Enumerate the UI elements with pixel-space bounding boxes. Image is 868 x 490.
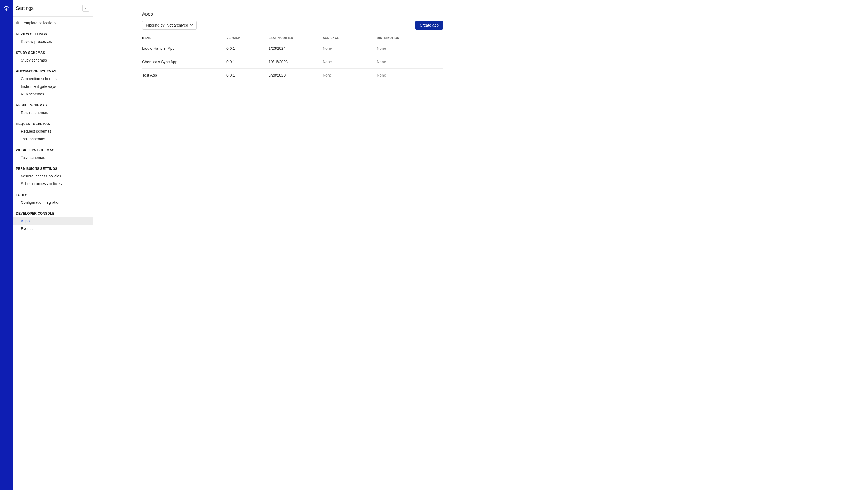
sidebar-item-study-schemas[interactable]: Study schemas <box>12 56 93 64</box>
sidebar-item-configuration-migration[interactable]: Configuration migration <box>12 198 93 206</box>
cell-version: 0.0.1 <box>226 42 269 55</box>
cell-distribution: None <box>377 55 443 69</box>
cell-last-modified: 6/28/2023 <box>269 69 323 82</box>
sidebar-item-template-collections[interactable]: Template collections <box>12 19 93 27</box>
sidebar-item-review-processes[interactable]: Review processes <box>12 38 93 45</box>
sidebar-title: Settings <box>16 5 34 11</box>
column-header-version[interactable]: VERSION <box>226 34 269 42</box>
create-app-button[interactable]: Create app <box>415 21 443 30</box>
sidebar-item-schema-access-policies[interactable]: Schema access policies <box>12 180 93 188</box>
section-heading: RESULT SCHEMAS <box>12 98 93 109</box>
page-title: Apps <box>142 11 443 17</box>
sidebar-item-task-schemas[interactable]: Task schemas <box>12 154 93 161</box>
filter-label: Filtering by: Not archived <box>146 23 188 27</box>
cell-version: 0.0.1 <box>226 55 269 69</box>
section-heading: TOOLS <box>12 188 93 198</box>
briefcase-icon <box>16 21 20 25</box>
chevron-left-icon <box>85 6 87 10</box>
column-header-name[interactable]: NAME <box>142 34 226 42</box>
section-heading: STUDY SCHEMAS <box>12 45 93 56</box>
app-rail <box>0 0 12 490</box>
apps-table: NAME VERSION LAST MODIFIED AUDIENCE DIST… <box>142 34 443 82</box>
table-header-row: NAME VERSION LAST MODIFIED AUDIENCE DIST… <box>142 34 443 42</box>
top-divider <box>93 0 868 0</box>
table-row[interactable]: Test App0.0.16/28/2023NoneNone <box>142 69 443 82</box>
sidebar-item-task-schemas[interactable]: Task schemas <box>12 135 93 143</box>
table-row[interactable]: Chemicals Sync App0.0.110/16/2023NoneNon… <box>142 55 443 69</box>
cell-name: Liquid Handler App <box>142 42 226 55</box>
section-heading: REQUEST SCHEMAS <box>12 117 93 127</box>
cell-distribution: None <box>377 69 443 82</box>
svg-rect-3 <box>17 22 20 24</box>
cell-distribution: None <box>377 42 443 55</box>
sidebar-item-events[interactable]: Events <box>12 225 93 233</box>
filter-dropdown[interactable]: Filtering by: Not archived <box>142 21 197 30</box>
sidebar-item-connection-schemas[interactable]: Connection schemas <box>12 75 93 83</box>
collapse-sidebar-button[interactable] <box>82 5 89 12</box>
section-heading: PERMISSIONS SETTINGS <box>12 161 93 172</box>
section-heading: WORKFLOW SCHEMAS <box>12 143 93 154</box>
sidebar-item-instrument-gateways[interactable]: Instrument gateways <box>12 83 93 90</box>
sidebar-item-run-schemas[interactable]: Run schemas <box>12 90 93 98</box>
sidebar-item-result-schemas[interactable]: Result schemas <box>12 109 93 117</box>
section-heading: DEVELOPER CONSOLE <box>12 206 93 217</box>
column-header-audience[interactable]: AUDIENCE <box>323 34 377 42</box>
section-heading: REVIEW SETTINGS <box>12 27 93 38</box>
cell-audience: None <box>323 69 377 82</box>
chevron-down-icon <box>190 23 193 27</box>
sidebar-item-request-schemas[interactable]: Request schemas <box>12 127 93 135</box>
svg-rect-4 <box>17 21 18 22</box>
table-row[interactable]: Liquid Handler App0.0.11/23/2024NoneNone <box>142 42 443 55</box>
toolbar: Filtering by: Not archived Create app <box>142 21 443 30</box>
section-heading: AUTOMATION SCHEMAS <box>12 64 93 75</box>
sidebar-scroll[interactable]: Template collections REVIEW SETTINGSRevi… <box>12 17 93 490</box>
cell-audience: None <box>323 55 377 69</box>
app-logo-icon[interactable] <box>3 5 10 13</box>
sidebar-item-general-access-policies[interactable]: General access policies <box>12 172 93 180</box>
cell-name: Chemicals Sync App <box>142 55 226 69</box>
sidebar-item-apps[interactable]: Apps <box>12 217 93 225</box>
cell-audience: None <box>323 42 377 55</box>
cell-last-modified: 1/23/2024 <box>269 42 323 55</box>
cell-version: 0.0.1 <box>226 69 269 82</box>
cell-name: Test App <box>142 69 226 82</box>
sidebar-header: Settings <box>12 0 93 17</box>
column-header-distribution[interactable]: DISTRIBUTION <box>377 34 443 42</box>
settings-sidebar: Settings Template collections REVIEW SET… <box>12 0 93 490</box>
column-header-last-modified[interactable]: LAST MODIFIED <box>269 34 323 42</box>
sidebar-item-label: Template collections <box>22 21 56 25</box>
main-content: Apps Filtering by: Not archived Create a… <box>93 0 868 490</box>
cell-last-modified: 10/16/2023 <box>269 55 323 69</box>
